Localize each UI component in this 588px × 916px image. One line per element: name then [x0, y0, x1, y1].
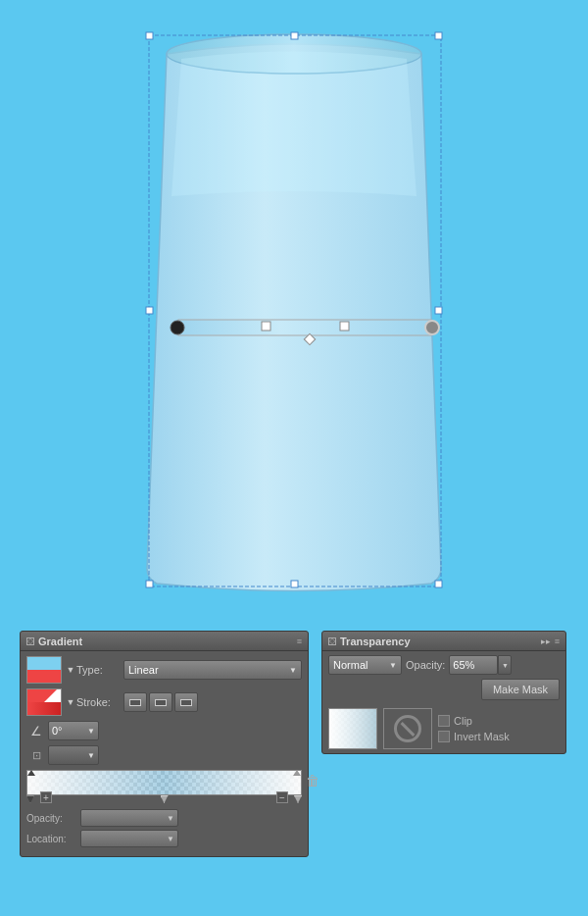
stroke-btn-2[interactable] — [149, 692, 172, 712]
transparency-clip-row: Clip — [438, 715, 510, 727]
gradient-stroke-row: ▼ Stroke: — [26, 688, 302, 716]
gradient-angle-value: 0° — [52, 725, 63, 737]
gradient-color-swatch[interactable] — [26, 656, 62, 684]
transparency-invert-row: Invert Mask — [438, 731, 510, 742]
transparency-make-mask-row: Make Mask — [322, 679, 565, 704]
svg-rect-6 — [435, 307, 442, 314]
thumb-gradient — [329, 709, 376, 748]
stroke-swatch-arrow[interactable]: ▼ — [65, 696, 76, 708]
gradient-panel-body: ▼ Type: Linear ▼ ▼ Stroke: — [21, 651, 308, 856]
svg-rect-4 — [435, 32, 442, 39]
transparency-panel-titlebar: ◇ Transparency ▸▸ ≡ — [322, 632, 565, 651]
no-entry-bar — [401, 722, 416, 737]
transparency-opacity-arrow[interactable]: ▼ — [498, 655, 512, 675]
transparency-checkboxes: Clip Invert Mask — [438, 715, 510, 742]
transparency-expand-icon[interactable]: ▸▸ — [541, 636, 551, 646]
stroke-icon-3 — [180, 699, 192, 706]
transparency-opacity-label: Opacity: — [406, 659, 445, 671]
gradient-location-row: Location: ▼ — [26, 830, 302, 847]
gradient-panel-title: Gradient — [38, 636, 297, 647]
gradient-remove-stop-btn[interactable]: − — [276, 791, 288, 803]
gradient-type-dropdown[interactable]: Linear ▼ — [123, 660, 302, 680]
gradient-stop-bottom-left[interactable] — [26, 795, 34, 803]
transparency-panel-menu-btn[interactable]: ≡ — [555, 636, 560, 646]
gradient-location-label: Location: — [26, 834, 80, 844]
gradient-delete-icon[interactable]: 🗑 — [306, 773, 319, 789]
swatch-arrow[interactable]: ▼ — [65, 664, 76, 676]
gradient-opacity-input[interactable]: ▼ — [80, 809, 178, 827]
slider-gradient-overlay — [27, 771, 301, 794]
gradient-type-label: Type: — [76, 664, 123, 676]
aspect-icon: ⊡ — [28, 747, 44, 763]
transparency-thumbnail-area: Clip Invert Mask — [322, 704, 565, 753]
svg-point-13 — [425, 321, 439, 334]
angle-dropdown-arrow: ▼ — [87, 727, 95, 736]
svg-rect-7 — [146, 581, 153, 587]
gradient-panel: ◇ Gradient ≡ ▼ Type: Linear ▼ ▼ Strok — [20, 631, 309, 857]
transparency-clip-checkbox[interactable] — [438, 715, 450, 727]
svg-rect-15 — [340, 322, 349, 331]
no-entry-icon — [394, 715, 421, 742]
svg-rect-5 — [146, 307, 153, 314]
gradient-aspect-input[interactable]: ▼ — [48, 745, 99, 765]
aspect-dropdown-arrow: ▼ — [87, 751, 95, 760]
svg-point-12 — [171, 321, 184, 334]
stroke-icon-1 — [129, 699, 141, 706]
svg-rect-9 — [435, 581, 442, 587]
transparency-blend-dropdown[interactable]: Normal ▼ — [328, 655, 402, 675]
gradient-panel-titlebar: ◇ Gradient ≡ — [21, 632, 308, 651]
gradient-stop-bottom-right[interactable] — [294, 795, 302, 803]
gradient-aspect-row: ⊡ ▼ — [26, 745, 302, 765]
gradient-add-stop-btn[interactable]: + — [40, 791, 52, 803]
svg-rect-2 — [146, 32, 153, 39]
gradient-opacity-row: Opacity: ▼ — [26, 809, 302, 827]
location-dropdown-arrow: ▼ — [167, 835, 174, 843]
transparency-panel-title: Transparency — [340, 636, 541, 647]
stroke-btn-group — [123, 692, 198, 712]
gradient-angle-input[interactable]: 0° ▼ — [48, 721, 99, 740]
gradient-opacity-label: Opacity: — [26, 813, 80, 824]
gradient-slider-row: + − 🗑 — [26, 770, 302, 795]
gradient-type-row: ▼ Type: Linear ▼ — [26, 656, 302, 684]
svg-rect-3 — [291, 32, 298, 39]
canvas-area — [0, 0, 588, 618]
gradient-location-input[interactable]: ▼ — [80, 830, 178, 847]
type-dropdown-arrow: ▼ — [289, 666, 297, 675]
opacity-dropdown-arrow: ▼ — [167, 814, 174, 823]
gradient-stroke-swatch[interactable] — [26, 688, 62, 716]
transparency-opacity-field: 65% ▼ — [449, 655, 512, 675]
transparency-invert-checkbox[interactable] — [438, 731, 450, 742]
swatch-bottom — [27, 670, 61, 683]
stroke-btn-1[interactable] — [123, 692, 147, 712]
svg-rect-14 — [262, 322, 270, 331]
blend-mode-value: Normal — [333, 659, 368, 671]
transparency-panel: ◇ Transparency ▸▸ ≡ Normal ▼ Opacity: 65… — [321, 631, 566, 754]
gradient-slider-track[interactable] — [26, 770, 302, 795]
gradient-type-value: Linear — [128, 664, 159, 676]
stroke-btn-3[interactable] — [174, 692, 198, 712]
transparency-invert-label: Invert Mask — [454, 731, 510, 742]
gradient-angle-row: ∠ 0° ▼ — [26, 721, 302, 740]
angle-icon: ∠ — [28, 723, 44, 738]
gradient-stop-bottom-mid[interactable] — [161, 795, 169, 803]
transparency-make-mask-btn[interactable]: Make Mask — [481, 679, 560, 700]
blend-dropdown-arrow: ▼ — [389, 661, 397, 670]
transparency-clip-label: Clip — [454, 715, 472, 727]
gradient-stroke-label: Stroke: — [76, 696, 123, 708]
transparency-panel-collapse-icon[interactable]: ◇ — [328, 637, 336, 645]
svg-rect-11 — [178, 320, 431, 335]
swatch-top — [27, 657, 61, 670]
transparency-object-thumb[interactable] — [328, 708, 377, 749]
cup-illustration — [0, 0, 588, 618]
gradient-panel-menu-btn[interactable]: ≡ — [297, 636, 302, 646]
transparency-opacity-value: 65% — [453, 659, 474, 671]
gradient-panel-collapse-icon[interactable]: ◇ — [26, 637, 34, 645]
svg-rect-8 — [291, 581, 298, 587]
transparency-mask-thumb[interactable] — [383, 708, 432, 749]
transparency-opacity-input[interactable]: 65% — [449, 655, 498, 675]
transparency-blend-row: Normal ▼ Opacity: 65% ▼ — [322, 651, 565, 679]
stroke-icon-2 — [155, 699, 167, 706]
